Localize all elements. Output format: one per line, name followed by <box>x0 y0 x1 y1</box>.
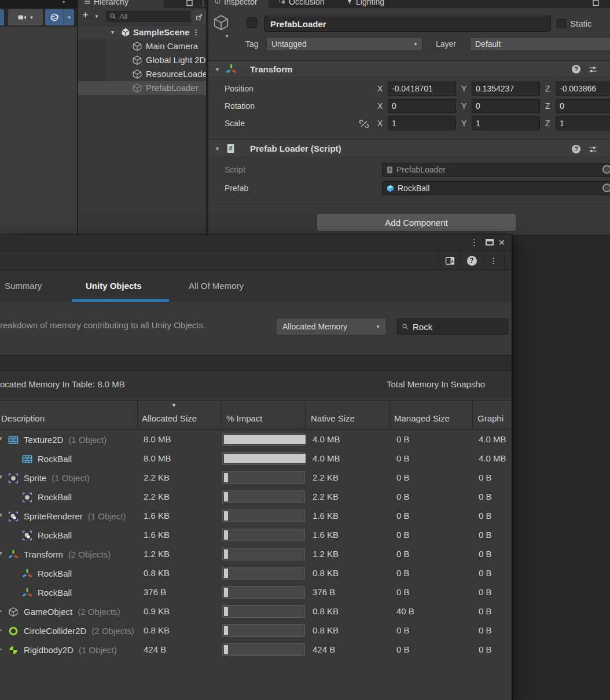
hierarchy-item[interactable]: SampleScene <box>78 25 206 39</box>
help-icon[interactable] <box>572 65 580 74</box>
profiler-search-input[interactable]: Rock <box>397 318 508 335</box>
z-value-field[interactable]: 1 <box>556 116 610 130</box>
layer-dropdown[interactable]: Default <box>470 37 610 51</box>
table-row[interactable]: GameObject (2 Objects) 0.9 KB 0.8 KB 40 … <box>0 602 512 621</box>
hierarchy-item[interactable]: ResourceLoader <box>78 67 206 81</box>
window-maximize-icon[interactable] <box>486 239 494 245</box>
column-native-size[interactable]: Native Size <box>311 413 355 423</box>
object-picker-icon[interactable] <box>602 184 610 192</box>
create-button[interactable] <box>82 9 89 21</box>
add-component-button[interactable]: Add Component <box>317 213 516 232</box>
transform-header[interactable]: Transform <box>208 60 610 78</box>
maximize-icon[interactable] <box>186 0 193 8</box>
y-value-field[interactable]: 0.1354237 <box>472 82 540 96</box>
link-broken-icon[interactable] <box>359 119 369 129</box>
table-row[interactable]: RockBall 376 B 376 B 0 B 0 B <box>0 583 512 602</box>
toolbar-partial-button[interactable] <box>0 9 4 25</box>
link-broken-icon[interactable] <box>359 101 369 112</box>
x-value-field[interactable]: 0 <box>388 99 456 113</box>
foldout-expanded-icon[interactable] <box>215 67 220 72</box>
hierarchy-item[interactable]: Global Light 2D <box>78 53 206 67</box>
static-checkbox[interactable] <box>557 19 566 28</box>
hierarchy-search-input[interactable]: All <box>106 11 190 22</box>
object-picker-icon[interactable] <box>602 165 610 174</box>
prefab-object-field[interactable]: RockBall <box>382 181 610 195</box>
help-icon[interactable] <box>572 145 580 153</box>
column-graphics-size[interactable]: Graphi <box>477 413 512 423</box>
gameobject-name-field[interactable]: PrefabLoader <box>264 16 551 32</box>
hierarchy-toolbar: All <box>78 8 206 25</box>
row-name: RockBall <box>38 530 72 540</box>
hierarchy-item[interactable]: Main Camera <box>78 39 206 53</box>
camera-view-button[interactable] <box>8 9 43 25</box>
row-description-cell: CircleCollider2D (2 Objects) <box>0 621 137 640</box>
window-title-bar[interactable] <box>0 235 512 251</box>
tab-unity-objects[interactable]: Unity Objects <box>86 281 142 291</box>
allocated-memory-dropdown[interactable]: Allocated Memory <box>277 318 385 335</box>
y-value-field[interactable]: 0 <box>472 99 540 113</box>
row-name: Rigidbody2D <box>24 645 74 655</box>
foldout-expanded-icon[interactable] <box>110 25 115 39</box>
impact-bar-fill <box>224 607 228 616</box>
prefab-loader-header[interactable]: Prefab Loader (Script) <box>208 140 610 157</box>
gizmo-dropdown-button[interactable] <box>64 9 74 25</box>
preset-icon[interactable] <box>588 145 598 154</box>
gizmo-toggle-button[interactable] <box>45 9 64 25</box>
tab-options-dot-icon[interactable] <box>63 0 65 6</box>
gameobject-options-icon[interactable] <box>225 34 229 39</box>
column-allocated-size[interactable]: Allocated Size <box>142 413 197 423</box>
column-divider[interactable] <box>389 401 390 429</box>
table-row[interactable]: RockBall 2.2 KB 2.2 KB 0 B 0 B <box>0 488 512 507</box>
column-managed-size[interactable]: Managed Size <box>394 413 450 423</box>
help-button[interactable] <box>461 253 482 268</box>
table-row[interactable]: Sprite (1 Object) 2.2 KB 2.2 KB 0 B 0 B <box>0 468 512 488</box>
y-value-field[interactable]: 1 <box>472 116 540 130</box>
table-row[interactable]: Transform (2 Objects) 1.2 KB 1.2 KB 0 B … <box>0 545 512 564</box>
row-allocated-size: 8.0 MB <box>144 434 171 444</box>
foldout-expanded-icon[interactable] <box>215 146 220 152</box>
kebab-menu-icon[interactable] <box>192 25 200 39</box>
window-menu-icon[interactable] <box>470 237 479 248</box>
row-graphics-size: 0 B <box>479 511 492 521</box>
tab-summary[interactable]: Summary <box>5 281 42 291</box>
kebab-menu-icon[interactable] <box>200 0 206 8</box>
toolbar-menu-button[interactable] <box>483 253 505 268</box>
x-value-field[interactable]: -0.0418701 <box>388 82 456 96</box>
tab-inspector[interactable]: Inspector <box>208 0 269 8</box>
search-icon <box>402 323 409 331</box>
link-broken-icon[interactable] <box>359 84 369 94</box>
column-impact[interactable]: % Impact <box>226 413 263 423</box>
column-divider[interactable] <box>305 401 306 429</box>
maximize-icon[interactable] <box>593 0 599 8</box>
window-close-icon[interactable] <box>498 238 505 247</box>
table-row[interactable]: RockBall 0.8 KB 0.8 KB 0 B 0 B <box>0 564 512 583</box>
popout-button[interactable] <box>193 10 206 24</box>
z-value-field[interactable]: -0.003866 <box>556 82 610 96</box>
tab-lighting[interactable]: Lighting <box>340 0 392 8</box>
active-checkbox[interactable] <box>247 17 257 28</box>
tag-dropdown[interactable]: Untagged <box>266 37 422 51</box>
row-native-size: 1.6 KB <box>313 511 339 521</box>
tab-all-of-memory[interactable]: All Of Memory <box>189 281 244 291</box>
table-row[interactable]: CircleCollider2D (2 Objects) 0.8 KB 0.8 … <box>0 621 512 640</box>
column-description[interactable]: Description <box>1 413 134 423</box>
tab-occlusion[interactable]: Occlusion <box>273 0 331 8</box>
sort-descending-icon[interactable] <box>171 402 177 408</box>
z-value-field[interactable]: 0 <box>556 99 610 113</box>
table-row[interactable]: SpriteRenderer (1 Object) 1.6 KB 1.6 KB … <box>0 507 512 526</box>
detail-panel-toggle-button[interactable] <box>439 253 460 268</box>
create-dropdown-icon[interactable] <box>94 14 99 19</box>
tab-hierarchy[interactable]: Hierarchy <box>78 0 164 8</box>
table-row[interactable]: RockBall 1.6 KB 1.6 KB 0 B 0 B <box>0 526 512 545</box>
column-divider[interactable] <box>222 401 222 429</box>
table-row[interactable]: Texture2D (1 Object) 8.0 MB 4.0 MB 0 B 4… <box>0 430 512 449</box>
hierarchy-item[interactable]: PrefabLoader <box>78 81 206 95</box>
table-row[interactable]: Rigidbody2D (1 Object) 424 B 424 B 0 B 0… <box>0 640 512 659</box>
x-value-field[interactable]: 1 <box>388 116 456 130</box>
table-row[interactable]: RockBall 8.0 MB 4.0 MB 0 B 4.0 MB <box>0 449 512 468</box>
script-object-field[interactable]: PrefabLoader <box>382 163 610 177</box>
preset-icon[interactable] <box>588 65 598 74</box>
row-graphics-size: 4.0 MB <box>479 434 506 444</box>
column-divider[interactable] <box>472 401 473 429</box>
column-divider[interactable] <box>137 401 138 429</box>
